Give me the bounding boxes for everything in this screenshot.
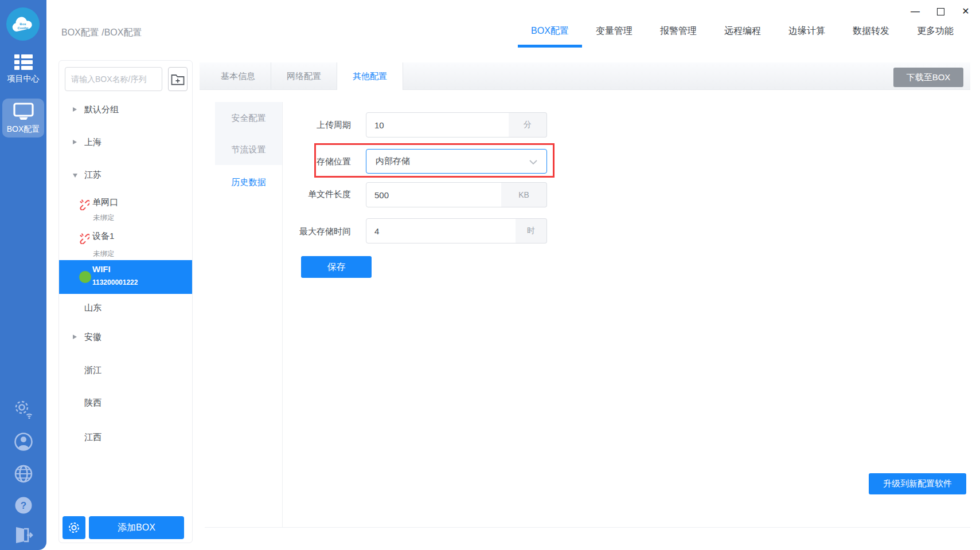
save-button[interactable]: 保存 (301, 256, 372, 278)
top-nav: BOX配置 变量管理 报警管理 远程编程 边缘计算 数据转发 更多功能 (518, 0, 967, 55)
maximize-button[interactable] (933, 3, 948, 19)
chevron-down-icon (73, 174, 77, 178)
download-to-box-button[interactable]: 下载至BOX (893, 68, 963, 87)
tree-group-shandong[interactable]: 山东 (59, 297, 192, 320)
minimize-button[interactable]: — (908, 3, 923, 19)
nav-item-variable-mgmt[interactable]: 变量管理 (582, 0, 646, 55)
gear-wifi-icon (13, 399, 34, 419)
sidebar-settings-network-button[interactable] (0, 399, 46, 419)
app-logo: Box Config (6, 7, 40, 41)
box-tree-panel: 默认分组 上海 江苏 单网口 未绑定 设备1 未绑定 (58, 60, 193, 543)
folder-plus-icon (171, 73, 185, 85)
breadcrumb: BOX配置 /BOX配置 (61, 27, 142, 39)
app-window: Box Config 项目中心 BOX配置 (0, 0, 980, 550)
cloud-logo-icon: Box Config (10, 15, 36, 33)
search-input[interactable] (65, 67, 162, 91)
sidebar-item-box-config[interactable]: BOX配置 (2, 99, 44, 138)
panel-settings-button[interactable] (63, 516, 85, 539)
tree-device-name: WIFI (92, 264, 111, 274)
max-storage-time-input[interactable] (366, 218, 516, 243)
sidebar-item-label: BOX配置 (7, 124, 40, 133)
file-length-label: 单文件长度 (276, 189, 351, 200)
chevron-right-icon (73, 140, 77, 144)
window-controls: — ✕ (908, 3, 973, 19)
upload-cycle-label: 上传周期 (276, 120, 351, 131)
tree-group-shanghai[interactable]: 上海 (59, 131, 192, 154)
tree-device-status: 未绑定 (93, 249, 115, 259)
maximize-icon (937, 8, 944, 15)
sidebar-help-button[interactable]: ? (0, 496, 46, 514)
tree-group-jiangsu[interactable]: 江苏 (59, 164, 192, 187)
sub-tab-column: 安全配置 节流设置 历史数据 (215, 102, 283, 527)
tree-group-shaanxi[interactable]: 陕西 (59, 392, 192, 415)
header: BOX配置 /BOX配置 BOX配置 变量管理 报警管理 远程编程 边缘计算 数… (46, 0, 980, 55)
nav-item-remote-programming[interactable]: 远程编程 (710, 0, 775, 55)
svg-text:Box: Box (19, 22, 26, 26)
gear-icon (68, 521, 80, 534)
sidebar-item-label: 项目中心 (7, 74, 40, 83)
subtab-throttle-settings[interactable]: 节流设置 (215, 133, 282, 165)
svg-text:Config: Config (18, 26, 29, 30)
online-green-dot-icon (79, 271, 91, 283)
upload-cycle-input[interactable] (366, 112, 509, 138)
globe-icon (14, 464, 33, 484)
storage-location-label: 存储位置 (276, 156, 351, 167)
max-storage-time-label: 最大存储时间 (276, 226, 351, 237)
grid-icon (14, 54, 33, 70)
exit-door-icon (13, 526, 34, 544)
tree-device-name[interactable]: 单网口 (92, 197, 118, 208)
broken-link-icon (79, 198, 89, 210)
file-length-unit: KB (501, 182, 547, 207)
tree-device-wifi-selected[interactable]: WIFI 113200001222 (59, 260, 192, 294)
nav-item-edge-computing[interactable]: 边缘计算 (775, 0, 839, 55)
tree-group-anhui[interactable]: 安徽 (59, 326, 192, 349)
tree-group-zhejiang[interactable]: 浙江 (59, 359, 192, 382)
main-tabs: 基本信息 网络配置 其他配置 (205, 62, 403, 90)
sidebar-item-project-center[interactable]: 项目中心 (2, 54, 44, 84)
storage-location-select[interactable]: 内部存储 (366, 149, 547, 174)
nav-item-box-config[interactable]: BOX配置 (518, 0, 582, 55)
other-config-panel: 安全配置 节流设置 历史数据 上传周期 分 存储位置 内部存储 单文件长度 KB… (205, 102, 970, 528)
chevron-right-icon (73, 335, 77, 339)
tab-network-config[interactable]: 网络配置 (271, 62, 337, 90)
file-length-input[interactable] (366, 182, 502, 207)
sidebar-globe-button[interactable] (0, 464, 46, 484)
tree-group-jiangxi[interactable]: 江西 (59, 426, 192, 449)
sidebar-user-button[interactable] (0, 432, 46, 451)
max-storage-time-unit: 时 (516, 218, 547, 243)
chevron-down-icon (529, 160, 537, 165)
monitor-icon (13, 103, 34, 120)
tab-basic-info[interactable]: 基本信息 (205, 62, 271, 90)
upload-cycle-unit: 分 (509, 112, 547, 138)
subtab-history-data[interactable]: 历史数据 (215, 166, 282, 198)
user-icon (14, 432, 33, 451)
add-group-button[interactable] (168, 67, 188, 91)
storage-location-value: 内部存储 (376, 156, 410, 167)
tree-device-name[interactable]: 设备1 (92, 231, 114, 242)
upgrade-to-new-software-button[interactable]: 升级到新配置软件 (869, 473, 966, 494)
close-button[interactable]: ✕ (958, 3, 973, 19)
broken-link-icon (79, 232, 89, 244)
svg-text:?: ? (20, 500, 26, 511)
sidebar: Box Config 项目中心 BOX配置 (0, 0, 46, 550)
add-box-button[interactable]: 添加BOX (89, 516, 184, 539)
sidebar-exit-button[interactable] (0, 526, 46, 544)
tab-other-config[interactable]: 其他配置 (337, 62, 403, 90)
tree-group-default[interactable]: 默认分组 (59, 99, 192, 121)
tree-device-status: 未绑定 (93, 213, 115, 223)
subtab-security-config[interactable]: 安全配置 (215, 102, 282, 133)
question-icon: ? (14, 496, 33, 514)
chevron-right-icon (73, 107, 77, 112)
nav-item-alarm-mgmt[interactable]: 报警管理 (646, 0, 710, 55)
nav-item-data-forwarding[interactable]: 数据转发 (839, 0, 903, 55)
tree-device-serial: 113200001222 (92, 278, 138, 286)
main-tab-bar: 基本信息 网络配置 其他配置 (200, 62, 970, 90)
